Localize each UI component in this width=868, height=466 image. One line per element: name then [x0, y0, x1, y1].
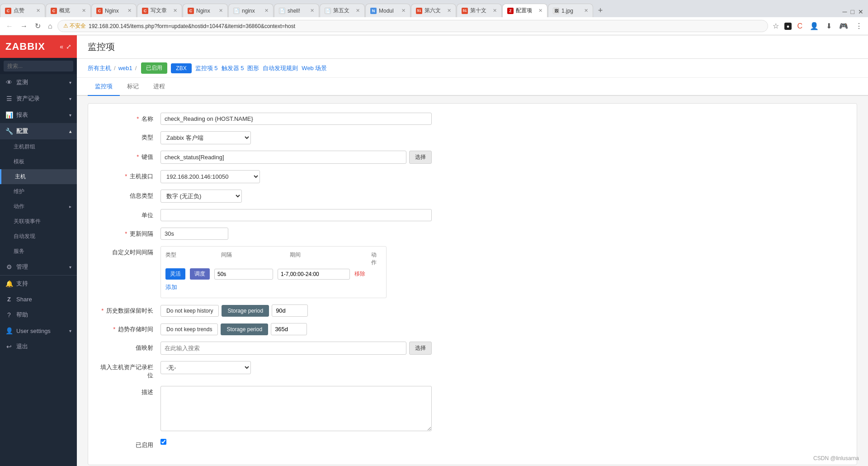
history-value-input[interactable]	[272, 304, 308, 317]
tab-8[interactable]: 📄 第五文 ✕	[320, 4, 365, 17]
sidebar-item-assets[interactable]: ☰ 资产记录 ▾	[0, 90, 77, 107]
sidebar-subitem-autodiscovery[interactable]: 自动发现	[0, 229, 77, 244]
sidebar-subitem-templates[interactable]: 模板	[0, 154, 77, 169]
user-icon[interactable]: 👤	[808, 21, 821, 31]
breadcrumb-triggers[interactable]: 触发器 5	[222, 64, 244, 72]
name-input[interactable]	[160, 113, 432, 125]
type-select[interactable]: Zabbix 客户端	[160, 131, 251, 144]
star-icon[interactable]: ☆	[771, 21, 781, 31]
host-asset-select[interactable]: -无-	[160, 361, 251, 374]
tab-close-4[interactable]: ✕	[171, 8, 177, 14]
sidebar-subitem-maintenance[interactable]: 维护	[0, 184, 77, 199]
breadcrumb-autodiscovery[interactable]: 自动发现规则	[263, 64, 298, 72]
reload-button[interactable]: ↻	[33, 21, 43, 31]
settings-icon[interactable]: ⋮	[854, 21, 864, 31]
collapse-icon[interactable]: «	[60, 43, 63, 50]
back-button[interactable]: ←	[4, 21, 15, 31]
breadcrumb-web1[interactable]: web1	[118, 65, 132, 71]
trend-value-input[interactable]	[271, 323, 307, 335]
interface-select[interactable]: 192.168.200.146:10050	[160, 170, 260, 183]
tab-close-10[interactable]: ✕	[445, 8, 451, 14]
tab-2[interactable]: C 概览 ✕	[46, 4, 91, 17]
period-input[interactable]	[278, 269, 350, 280]
filter-enabled[interactable]: 已启用	[141, 62, 167, 74]
new-tab-button[interactable]: +	[594, 4, 607, 17]
sidebar-item-share[interactable]: Z Share	[0, 292, 77, 307]
tab-close-11[interactable]: ✕	[491, 8, 497, 14]
extension-icon-1[interactable]: ●	[784, 23, 792, 30]
sidebar-item-user-settings[interactable]: 👤 User settings ▾	[0, 323, 77, 338]
tab-close-8[interactable]: ✕	[354, 8, 360, 14]
home-button[interactable]: ⌂	[46, 21, 55, 31]
tab-items[interactable]: 监控项	[88, 78, 120, 96]
sidebar-subitem-services[interactable]: 服务	[0, 244, 77, 259]
games-icon[interactable]: 🎮	[837, 21, 850, 31]
tab-close-12[interactable]: ✕	[536, 8, 542, 14]
tab-close-2[interactable]: ✕	[80, 8, 86, 14]
add-interval-button[interactable]: 添加	[165, 281, 177, 293]
sidebar-subitem-hosts[interactable]: 主机	[0, 169, 77, 184]
tab-10[interactable]: 51 第六文 ✕	[411, 4, 456, 17]
key-select-button[interactable]: 选择	[409, 151, 432, 164]
tab-close-7[interactable]: ✕	[308, 8, 314, 14]
btn-scheduled[interactable]: 调度	[190, 268, 210, 280]
breadcrumb-items[interactable]: 监控项 5	[195, 64, 218, 72]
breadcrumb-all-hosts[interactable]: 所有主机	[88, 64, 111, 72]
sidebar-item-reports[interactable]: 📊 报表 ▾	[0, 107, 77, 123]
sidebar-item-monitor[interactable]: 👁 监测 ▾	[0, 74, 77, 90]
mapping-select-button[interactable]: 选择	[409, 342, 432, 355]
tab-11[interactable]: 51 第十文 ✕	[457, 4, 502, 17]
expand-icon[interactable]: ⤢	[66, 43, 71, 50]
tab-3[interactable]: C Nginx ✕	[91, 4, 137, 17]
trend-storage-period-button[interactable]: Storage period	[221, 323, 268, 335]
sidebar-item-help[interactable]: ? 帮助	[0, 307, 77, 323]
sidebar-item-logout[interactable]: ↩ 退出	[0, 338, 77, 355]
sidebar-subitem-correlations[interactable]: 关联项事件	[0, 214, 77, 229]
breadcrumb-graphs[interactable]: 图形	[247, 64, 259, 72]
tab-process[interactable]: 进程	[146, 78, 172, 96]
sidebar-subitem-actions[interactable]: 动作 ▸	[0, 199, 77, 214]
btn-flexible[interactable]: 灵活	[165, 268, 185, 280]
history-no-keep-button[interactable]: Do not keep history	[160, 305, 219, 317]
tab-7[interactable]: 📄 shell! ✕	[274, 4, 319, 17]
key-input[interactable]	[160, 151, 406, 164]
tab-13[interactable]: 🖼 1.jpg ✕	[548, 4, 593, 17]
close-button[interactable]: ✕	[858, 8, 863, 15]
interval-input[interactable]	[214, 269, 273, 280]
tab-1[interactable]: C 点赞 ✕	[0, 4, 45, 17]
tab-close-6[interactable]: ✕	[262, 8, 269, 14]
trend-no-keep-button[interactable]: Do not keep trends	[160, 323, 218, 335]
address-input[interactable]: ⚠ 不安全 192.168.200.145/items.php?form=upd…	[57, 20, 768, 32]
tab-close-3[interactable]: ✕	[125, 8, 132, 14]
search-input[interactable]	[4, 61, 73, 71]
tab-6[interactable]: 📄 nginx ✕	[228, 4, 274, 17]
tab-close-9[interactable]: ✕	[399, 8, 406, 14]
sidebar-item-support[interactable]: 🔔 支持	[0, 276, 77, 292]
tab-9[interactable]: N Modul ✕	[365, 4, 410, 17]
tab-12[interactable]: Z 配置项 ✕	[502, 4, 547, 17]
tab-5[interactable]: C Nginx ✕	[183, 4, 228, 17]
tab-tags[interactable]: 标记	[120, 78, 146, 96]
mapping-input[interactable]	[160, 342, 406, 355]
desc-textarea[interactable]	[160, 386, 432, 431]
tab-close-5[interactable]: ✕	[217, 8, 223, 14]
history-storage-period-button[interactable]: Storage period	[222, 305, 269, 317]
remove-interval-button[interactable]: 移除	[354, 270, 365, 278]
info-type-select[interactable]: 数字 (无正负)	[160, 190, 242, 203]
maximize-button[interactable]: □	[851, 8, 854, 15]
enabled-checkbox[interactable]	[160, 439, 166, 445]
minimize-button[interactable]: ─	[843, 8, 847, 15]
tab-4[interactable]: C 写文章 ✕	[137, 4, 182, 17]
forward-button[interactable]: →	[18, 21, 30, 31]
tab-close-1[interactable]: ✕	[34, 8, 40, 14]
sidebar-item-admin[interactable]: ⚙ 管理 ▾	[0, 259, 77, 275]
extension-icon-2[interactable]: C	[795, 21, 804, 31]
sidebar-subitem-hostgroups[interactable]: 主机群组	[0, 139, 77, 154]
breadcrumb-web-scenarios[interactable]: Web 场景	[302, 64, 327, 72]
unit-input[interactable]	[160, 209, 432, 221]
sidebar-item-config[interactable]: 🔧 配置 ▴	[0, 123, 77, 139]
filter-zbx[interactable]: ZBX	[171, 63, 191, 73]
download-icon[interactable]: ⬇	[824, 21, 834, 31]
update-interval-input[interactable]	[160, 228, 228, 240]
tab-close-13[interactable]: ✕	[582, 8, 588, 14]
